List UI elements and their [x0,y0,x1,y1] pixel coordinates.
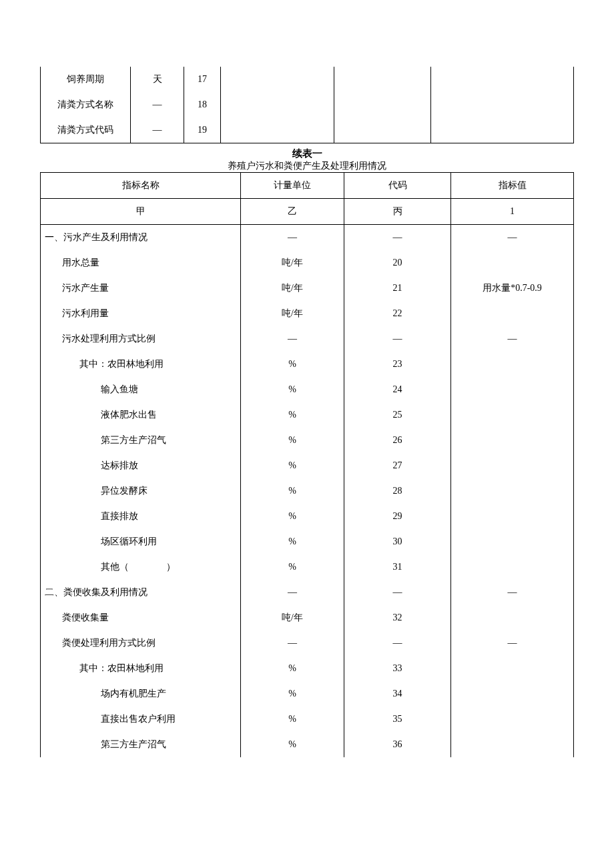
cell-value [451,554,574,580]
cell-name: 粪便处理利用方式比例 [41,630,241,656]
subheader-b: 乙 [241,199,344,225]
cell-value: — [451,225,574,251]
table-row: 场区循环利用%30 [41,529,574,554]
cell-code: — [344,580,451,605]
cell-code: 24 [344,377,451,402]
cell-value: — [451,580,574,605]
cell-value [451,301,574,326]
table-header-row: 指标名称 计量单位 代码 指标值 [41,173,574,199]
cell-name: 其他（ ） [41,554,241,580]
table-row: 其中：农田林地利用%23 [41,352,574,377]
cell-unit: % [241,707,344,732]
cell-unit: 吨/年 [241,250,344,276]
cell-unit: % [241,504,344,529]
cell-code: 30 [344,529,451,554]
table-row: 粪便处理利用方式比例——— [41,630,574,656]
cell-unit: % [241,478,344,504]
main-table: 指标名称 计量单位 代码 指标值 甲 乙 丙 1 一、污水产生及利用情况———用… [40,172,574,757]
cell-value [451,504,574,529]
cell-code: 23 [344,352,451,377]
cell-value [451,250,574,276]
cell-name: 直接排放 [41,504,241,529]
cell-unit: % [241,453,344,478]
cell-name: 其中：农田林地利用 [41,352,241,377]
cell-name: 异位发酵床 [41,478,241,504]
cell-unit: % [241,656,344,681]
cell-name: 用水总量 [41,250,241,276]
cell-name: 第三方生产沼气 [41,732,241,757]
header-value: 指标值 [451,173,574,199]
cell-name: 一、污水产生及利用情况 [41,225,241,251]
cell-value [451,605,574,630]
cell-v1 [221,117,334,143]
cell-code: 22 [344,301,451,326]
cell-name: 第三方生产沼气 [41,428,241,453]
table-subheader-row: 甲 乙 丙 1 [41,199,574,225]
cell-name: 场区循环利用 [41,529,241,554]
cell-name: 污水利用量 [41,301,241,326]
cell-unit: % [241,529,344,554]
table-row: 直接出售农户利用%35 [41,707,574,732]
table-row: 第三方生产沼气%36 [41,732,574,757]
table-row: 第三方生产沼气%26 [41,428,574,453]
cell-code: 17 [184,67,221,92]
cell-v2 [334,117,431,143]
subheader-d: 1 [451,199,574,225]
cell-code: 32 [344,605,451,630]
table-row: 污水处理利用方式比例——— [41,326,574,352]
cell-unit: — [241,225,344,251]
cell-unit: — [241,326,344,352]
cell-unit: % [241,352,344,377]
cell-code: 26 [344,428,451,453]
cell-v3 [431,92,574,117]
table-row: 其中：农田林地利用%33 [41,656,574,681]
cell-code: 31 [344,554,451,580]
header-unit: 计量单位 [241,173,344,199]
cell-name: 其中：农田林地利用 [41,656,241,681]
cell-code: — [344,630,451,656]
table-row: 一、污水产生及利用情况——— [41,225,574,251]
cell-unit: % [241,402,344,428]
cell-v3 [431,67,574,92]
cell-name: 饲养周期 [41,67,131,92]
subheader-a: 甲 [41,199,241,225]
cell-code: 34 [344,681,451,707]
cell-code: 18 [184,92,221,117]
cell-name: 污水处理利用方式比例 [41,326,241,352]
cell-unit: — [131,92,184,117]
table-row: 其他（ ）%31 [41,554,574,580]
cell-code: 21 [344,276,451,301]
cell-unit: % [241,681,344,707]
cell-name: 场内有机肥生产 [41,681,241,707]
header-name: 指标名称 [41,173,241,199]
cell-code: 29 [344,504,451,529]
cell-unit: % [241,732,344,757]
section-subtitle: 养殖户污水和粪便产生及处理利用情况 [40,160,574,172]
cell-unit: 吨/年 [241,301,344,326]
cell-name: 清粪方式名称 [41,92,131,117]
cell-name: 输入鱼塘 [41,377,241,402]
cell-value [451,478,574,504]
cell-name: 直接出售农户利用 [41,707,241,732]
cell-code: 27 [344,453,451,478]
cell-name: 达标排放 [41,453,241,478]
cell-name: 二、粪便收集及利用情况 [41,580,241,605]
cell-code: 35 [344,707,451,732]
cell-value [451,377,574,402]
table-row: 粪便收集量吨/年32 [41,605,574,630]
table-row: 异位发酵床%28 [41,478,574,504]
cell-value [451,732,574,757]
table-row: 清粪方式代码—19 [41,117,574,143]
cell-value [451,453,574,478]
cell-code: 28 [344,478,451,504]
cell-v2 [334,92,431,117]
cell-code: 33 [344,656,451,681]
table-row: 液体肥水出售%25 [41,402,574,428]
table-row: 场内有机肥生产%34 [41,681,574,707]
cell-unit: — [131,117,184,143]
section-title: 续表一 [40,147,574,160]
cell-code: — [344,326,451,352]
cell-code: 19 [184,117,221,143]
cell-unit: 吨/年 [241,276,344,301]
cell-v3 [431,117,574,143]
